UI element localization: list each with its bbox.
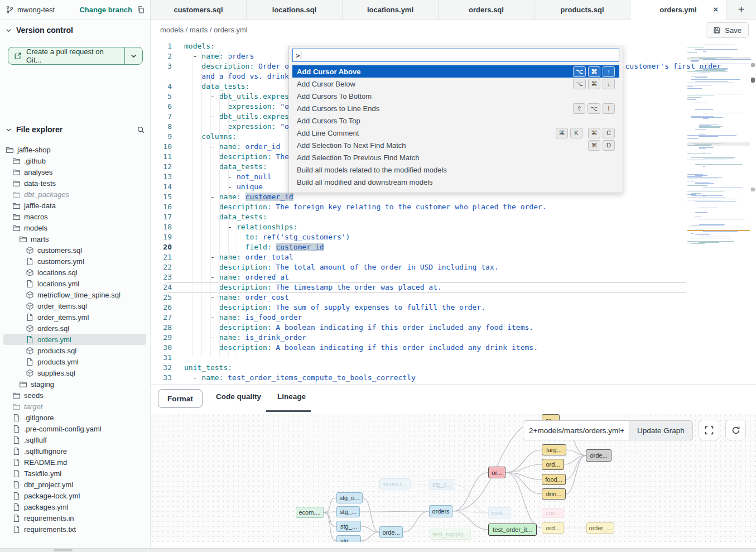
lineage-node-stg_c[interactable]: stg_c... xyxy=(429,479,455,490)
lineage-node-ecom_r[interactable]: ecom.r... xyxy=(379,478,411,489)
editor-tab-bar: customers.sqllocations.sqllocations.ymlo… xyxy=(151,0,756,20)
file-tree-item-jaffle-shop[interactable]: jaffle-shop xyxy=(3,144,146,155)
file-tree-item-products-yml[interactable]: products.yml xyxy=(3,356,146,367)
lineage-node-orde_g[interactable]: orde... xyxy=(586,449,611,462)
file-tree-item-packages-yml[interactable]: packages.yml xyxy=(3,501,146,512)
keycap: ↑ xyxy=(603,66,615,77)
lineage-node-or_red[interactable]: or... xyxy=(488,467,505,478)
file-tree-item-orders-sql[interactable]: orders.sql xyxy=(3,323,146,334)
command-item[interactable]: Add Cursor Above⌥⌘↑ xyxy=(292,65,619,78)
file-tree-item-locations-sql[interactable]: locations.sql xyxy=(3,267,146,278)
lineage-node-stg0[interactable]: stg_o... xyxy=(336,492,363,503)
file-tree-item-products-sql[interactable]: products.sql xyxy=(3,345,146,356)
file-tree-item-macros[interactable]: macros xyxy=(3,211,146,222)
lineage-node-cust[interactable]: cust... xyxy=(488,507,511,519)
editor-tab-products-sql[interactable]: products.sql xyxy=(535,0,630,20)
file-tree-item-readme-md[interactable]: README.md xyxy=(3,457,146,468)
tab-lineage[interactable]: Lineage xyxy=(277,392,306,401)
file-tree-item-customers-sql[interactable]: customers.sql xyxy=(3,244,146,256)
folder-icon xyxy=(12,391,21,400)
command-item[interactable]: Add Line Comment⌘K⌘C xyxy=(292,127,619,139)
lineage-node-order_[interactable]: order_... xyxy=(586,522,614,534)
folder-icon xyxy=(6,146,14,154)
file-tree-item--sqlfluff[interactable]: .sqlfluff xyxy=(3,434,146,445)
cube-icon xyxy=(26,268,34,277)
lineage-node-stg1[interactable]: stg_... xyxy=(336,506,360,517)
file-tree-item--gitignore[interactable]: .gitignore xyxy=(3,412,146,423)
lineage-node-stg3[interactable]: stg_... xyxy=(336,535,361,542)
file-tree-item-package-lock-yml[interactable]: package-lock.yml xyxy=(3,490,146,501)
file-tree-item-models[interactable]: models xyxy=(3,222,146,233)
file-tree-item--sqlfluffignore[interactable]: .sqlfluffignore xyxy=(3,445,146,457)
command-item[interactable]: Add Selection To Previous Find Match xyxy=(292,151,619,164)
file-tree-item-supplies-sql[interactable]: supplies.sql xyxy=(3,367,146,378)
file-tree-item-analyses[interactable]: analyses xyxy=(3,166,146,177)
new-tab-button[interactable]: + xyxy=(738,3,745,16)
lineage-node-food[interactable]: food... xyxy=(542,474,566,485)
file-explorer-header[interactable]: File explorer xyxy=(6,125,145,134)
format-button[interactable]: Format xyxy=(158,389,203,408)
close-tab-icon[interactable]: × xyxy=(713,4,718,14)
lineage-selector-input[interactable]: 2+models/marts/orders.yml+ xyxy=(523,420,629,440)
file-tree-item-jaffle-data[interactable]: jaffle-data xyxy=(3,200,146,211)
save-button[interactable]: Save xyxy=(706,22,749,38)
file-tree-item-data-tests[interactable]: data-tests xyxy=(3,177,146,189)
file-tree-item-requirements-txt[interactable]: requirements.txt xyxy=(3,524,146,535)
tab-code-quality[interactable]: Code quality xyxy=(216,392,261,401)
command-item[interactable]: Add Cursors to Line Ends⇧⌥I xyxy=(292,102,619,114)
lineage-node-orde_l[interactable]: orde... xyxy=(379,526,403,538)
file-tree-item-dbt-project-yml[interactable]: dbt_project.yml xyxy=(3,479,146,490)
change-branch-link[interactable]: Change branch xyxy=(79,6,132,14)
minimap[interactable] xyxy=(687,41,750,252)
file-tree-item-order-items-yml[interactable]: order_items.yml xyxy=(3,311,146,323)
file-tree-item-staging[interactable]: staging xyxy=(3,378,146,390)
file-tree-item-taskfile-yml[interactable]: Taskfile.yml xyxy=(3,468,146,479)
editor-tab-orders-yml[interactable]: orders.yml× xyxy=(630,0,726,20)
file-tree-item--pre-commit-config-yaml[interactable]: .pre-commit-config.yaml xyxy=(3,423,146,434)
lineage-graph[interactable]: ecom....stg_o...stg_...stg_...stg_...ord… xyxy=(151,414,756,542)
command-palette-input[interactable]: > xyxy=(292,49,619,62)
copy-icon[interactable] xyxy=(137,6,145,14)
command-item[interactable]: Add Cursors To Top xyxy=(292,114,619,127)
refresh-button[interactable] xyxy=(725,420,746,440)
lineage-node-drin[interactable]: drin... xyxy=(542,488,566,500)
editor-tab-locations-sql[interactable]: locations.sql xyxy=(247,0,343,20)
file-tree-item-orders-yml[interactable]: orders.yml xyxy=(3,334,146,345)
command-item[interactable]: Add Selection To Next Find Match⌘D xyxy=(292,139,619,151)
file-tree-item-marts[interactable]: marts xyxy=(3,233,146,244)
command-item[interactable]: Build all models related to the modified… xyxy=(292,164,619,176)
lineage-node-test_order[interactable]: test_order_it... xyxy=(488,524,537,536)
update-graph-button[interactable]: Update Graph xyxy=(629,420,693,440)
file-tree-item-target[interactable]: target xyxy=(3,401,146,412)
file-tree-item--github[interactable]: .github xyxy=(3,155,146,166)
lineage-node-test_supply[interactable]: test_supply... xyxy=(430,529,471,540)
lineage-node-orders[interactable]: orders xyxy=(429,505,452,517)
file-tree-item-requirements-in[interactable]: requirements.in xyxy=(3,512,146,524)
lineage-node-larg[interactable]: larg... xyxy=(542,444,566,455)
version-control-header[interactable]: Version control xyxy=(6,26,73,35)
lineage-node-stg2[interactable]: stg_... xyxy=(336,521,361,532)
code-editor[interactable]: 1models:2 - name: orders3 description: O… xyxy=(151,40,756,384)
command-item[interactable]: Build all modified and downstream models xyxy=(292,176,619,188)
command-item[interactable]: Add Cursors To Bottom xyxy=(292,90,619,102)
file-tree-item-order-items-sql[interactable]: order_items.sql xyxy=(3,300,146,311)
file-tree-item-dbt-packages[interactable]: dbt_packages xyxy=(3,189,146,200)
editor-tab-customers-sql[interactable]: customers.sql xyxy=(151,0,247,20)
horizontal-scrollbar-thumb[interactable] xyxy=(54,549,73,551)
editor-tab-locations-yml[interactable]: locations.yml xyxy=(343,0,439,20)
folder-icon xyxy=(12,179,21,188)
lineage-node-ecom[interactable]: ecom.... xyxy=(296,507,324,518)
pr-button-dropdown[interactable] xyxy=(124,47,142,64)
editor-tab-orders-sql[interactable]: orders.sql xyxy=(439,0,535,20)
lineage-node-cus_p[interactable]: cus... xyxy=(542,508,564,518)
file-tree-item-customers-yml[interactable]: customers.yml xyxy=(3,256,146,267)
fullscreen-button[interactable] xyxy=(699,420,719,440)
file-tree-item-seeds[interactable]: seeds xyxy=(3,390,146,401)
lineage-node-ord2[interactable]: ord... xyxy=(542,522,564,534)
search-icon[interactable] xyxy=(137,126,145,134)
create-pull-request-button[interactable]: Create a pull request on Git... xyxy=(8,47,143,65)
file-tree-item-metricflow-time-spine-sql[interactable]: metricflow_time_spine.sql xyxy=(3,289,146,300)
command-item[interactable]: Add Cursor Below⌥⌘↓ xyxy=(292,78,619,90)
file-tree-item-locations-yml[interactable]: locations.yml xyxy=(3,278,146,289)
lineage-node-ord1[interactable]: ord... xyxy=(542,459,564,470)
